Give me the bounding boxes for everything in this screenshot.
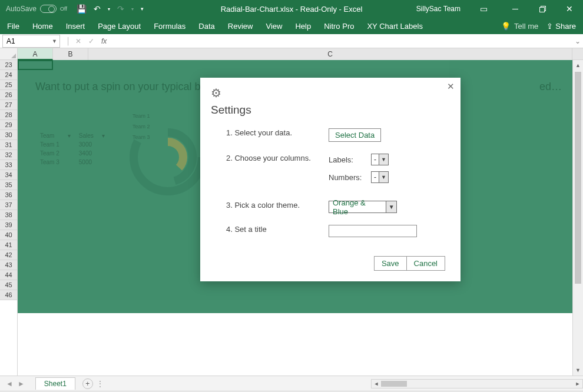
sheet-tab-sheet1[interactable]: Sheet1 <box>35 377 75 390</box>
row-header[interactable]: 46 <box>0 290 17 300</box>
row-header[interactable]: 39 <box>0 220 17 230</box>
color-theme-value: Orange & Blue <box>329 198 386 216</box>
labels-select[interactable]: - ▼ <box>371 154 389 165</box>
tab-insert[interactable]: Insert <box>66 22 85 31</box>
col-header-a[interactable]: A <box>18 48 53 60</box>
row-header[interactable]: 30 <box>0 130 17 140</box>
row-header[interactable]: 35 <box>0 180 17 190</box>
quick-access-toolbar: 💾 ↶ ▾ ↷ ▾ ▾ <box>77 4 144 14</box>
save-icon[interactable]: 💾 <box>77 4 87 14</box>
tab-view[interactable]: View <box>266 22 282 31</box>
window-title: Radial-Bar-Chart.xlsx - Read-Only - Exce… <box>221 5 363 14</box>
redo-icon[interactable]: ↷ <box>117 4 124 14</box>
chart-title-input[interactable] <box>329 225 417 237</box>
cancel-button[interactable]: Cancel <box>407 256 445 271</box>
sheet-tabs-bar: ◄ ► Sheet1 + ⋮ ◄ ► <box>0 376 583 391</box>
prev-sheet-icon[interactable]: ◄ <box>6 380 13 388</box>
row-header[interactable]: 23 <box>0 60 17 70</box>
row-header[interactable]: 45 <box>0 280 17 290</box>
chevron-down-icon: ▼ <box>379 154 388 165</box>
background-heading-tail: ed… <box>539 81 562 93</box>
undo-dropdown-icon[interactable]: ▾ <box>108 6 110 12</box>
row-header[interactable]: 40 <box>0 230 17 240</box>
vertical-scrollbar[interactable]: ▲ ▼ <box>572 60 583 376</box>
cancel-formula-icon[interactable]: ✕ <box>75 37 81 45</box>
autosave-toggle[interactable]: AutoSave Off <box>6 5 67 13</box>
color-theme-select[interactable]: Orange & Blue ▼ <box>329 201 397 213</box>
tab-file[interactable]: File <box>7 22 19 31</box>
fx-label[interactable]: fx <box>101 37 107 45</box>
row-header[interactable]: 26 <box>0 90 17 100</box>
step2-label: 2. Choose your columns. <box>211 154 329 162</box>
tab-page-layout[interactable]: Page Layout <box>98 22 141 31</box>
row-header[interactable]: 28 <box>0 110 17 120</box>
row-header[interactable]: 36 <box>0 190 17 200</box>
col-header-c[interactable]: C <box>88 48 572 60</box>
account-name[interactable]: SillySac Team <box>416 5 461 13</box>
row-header[interactable]: 37 <box>0 200 17 210</box>
row-header[interactable]: 27 <box>0 100 17 110</box>
close-button[interactable]: ✕ <box>556 0 583 18</box>
tab-scroll-splitter[interactable]: ⋮ <box>97 380 100 388</box>
expand-formula-bar-icon[interactable]: ⌄ <box>572 37 583 45</box>
step1-label: 1. Select your data. <box>211 128 329 137</box>
name-box[interactable]: A1 ▼ <box>2 35 60 48</box>
row-header[interactable]: 42 <box>0 250 17 260</box>
row-header[interactable]: 34 <box>0 170 17 180</box>
dialog-title: Settings <box>211 104 450 117</box>
row-header[interactable]: 24 <box>0 70 17 80</box>
col-header-b[interactable]: B <box>53 48 88 60</box>
save-button[interactable]: Save <box>374 256 407 271</box>
hscroll-thumb[interactable] <box>381 381 407 387</box>
qat-customize-icon[interactable]: ▾ <box>141 6 144 12</box>
row-header[interactable]: 29 <box>0 120 17 130</box>
row-header[interactable]: 32 <box>0 150 17 160</box>
add-sheet-button[interactable]: + <box>82 378 93 389</box>
share-label: Share <box>555 22 576 31</box>
tab-nitro-pro[interactable]: Nitro Pro <box>324 22 354 31</box>
row-header[interactable]: 31 <box>0 140 17 150</box>
scroll-left-icon[interactable]: ◄ <box>372 381 381 387</box>
formula-input[interactable] <box>110 35 572 48</box>
row-headers: 2324252627282930313233343536373839404142… <box>0 60 18 376</box>
row-header[interactable]: 38 <box>0 210 17 220</box>
scroll-up-icon[interactable]: ▲ <box>573 60 583 71</box>
ribbon-display-icon[interactable]: ▭ <box>470 0 497 18</box>
numbers-select[interactable]: - ▼ <box>371 171 389 183</box>
enter-formula-icon[interactable]: ✓ <box>88 37 94 45</box>
select-data-button[interactable]: Select Data <box>329 128 381 142</box>
scroll-right-icon[interactable]: ► <box>573 381 582 387</box>
row-header[interactable]: 41 <box>0 240 17 250</box>
tab-data[interactable]: Data <box>198 22 214 31</box>
tab-xy-chart-labels[interactable]: XY Chart Labels <box>367 22 422 31</box>
tell-me-search[interactable]: 💡 Tell me <box>501 22 538 31</box>
next-sheet-icon[interactable]: ► <box>18 380 25 388</box>
step4-label: 4. Set a title <box>211 225 329 234</box>
vscroll-thumb[interactable] <box>575 72 581 284</box>
scroll-down-icon[interactable]: ▼ <box>573 365 583 376</box>
share-button[interactable]: ⇪ Share <box>546 22 576 31</box>
row-header[interactable]: 25 <box>0 80 17 90</box>
background-heading: Want to put a spin on your typical ba <box>35 81 207 93</box>
chevron-down-icon: ▼ <box>52 38 57 44</box>
tab-help[interactable]: Help <box>295 22 311 31</box>
tab-formulas[interactable]: Formulas <box>154 22 186 31</box>
name-box-value: A1 <box>6 37 15 45</box>
horizontal-scrollbar[interactable]: ◄ ► <box>371 379 583 388</box>
legend-3: Team 3 <box>132 134 150 140</box>
background-data-table: Team▾Sales▾ Team 13000 Team 23400 Team 3… <box>35 131 110 167</box>
undo-icon[interactable]: ↶ <box>94 4 101 14</box>
row-header[interactable]: 43 <box>0 260 17 270</box>
settings-dialog: ✕ ⚙ Settings 1. Select your data. Select… <box>200 78 461 281</box>
row-header[interactable]: 44 <box>0 270 17 280</box>
tab-review[interactable]: Review <box>228 22 253 31</box>
row-header[interactable]: 33 <box>0 160 17 170</box>
dialog-close-button[interactable]: ✕ <box>447 81 455 92</box>
tell-me-label: Tell me <box>514 22 538 31</box>
select-all-corner[interactable] <box>0 48 18 60</box>
gear-icon: ⚙ <box>211 86 450 100</box>
restore-button[interactable] <box>529 0 556 18</box>
tab-home[interactable]: Home <box>32 22 53 31</box>
minimize-button[interactable]: ─ <box>502 0 529 18</box>
redo-dropdown-icon[interactable]: ▾ <box>131 6 134 12</box>
